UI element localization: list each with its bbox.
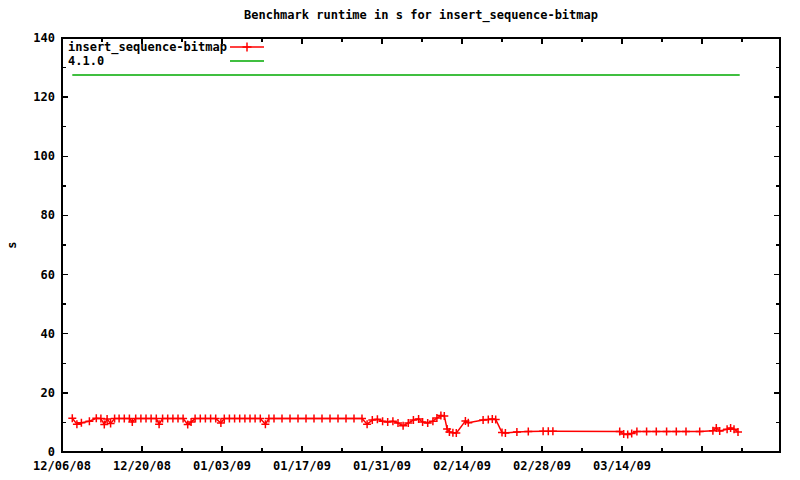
x-tick-label: 02/28/09 [513,459,571,473]
legend-item-baseline: 4.1.0 [68,54,264,68]
x-tick-label: 03/14/09 [593,459,651,473]
x-tick-label: 02/14/09 [433,459,491,473]
legend-sample-line-icon [230,40,264,54]
y-tick-label: 120 [33,90,55,104]
x-tick-label: 01/03/09 [193,459,251,473]
x-tick-label: 01/17/09 [273,459,331,473]
legend-label-series: insert_sequence-bitmap [68,40,230,54]
plot-area: 12/06/0812/20/0801/03/0901/17/0901/31/09… [0,0,800,480]
series-markers-insert_sequence-bitmap [68,412,742,439]
y-tick-label: 40 [41,327,55,341]
legend-item-series: insert_sequence-bitmap [68,40,264,54]
x-tick-label: 01/31/09 [353,459,411,473]
y-tick-label: 100 [33,149,55,163]
legend-sample-line-icon [230,54,264,68]
plot-frame [62,38,780,452]
y-tick-label: 140 [33,31,55,45]
legend: insert_sequence-bitmap 4.1.0 [68,40,264,68]
legend-label-baseline: 4.1.0 [68,54,230,68]
y-tick-label: 0 [48,445,55,459]
chart-container: Benchmark runtime in s for insert_sequen… [0,0,800,480]
x-tick-label: 12/06/08 [33,459,91,473]
y-tick-label: 80 [41,208,55,222]
y-tick-label: 60 [41,268,55,282]
y-tick-label: 20 [41,386,55,400]
x-tick-label: 12/20/08 [113,459,171,473]
